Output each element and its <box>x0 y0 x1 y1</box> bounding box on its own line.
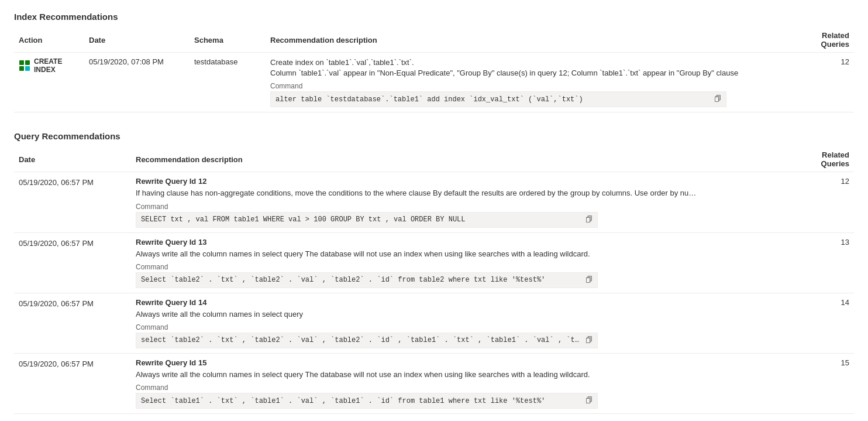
rec-title: Rewrite Query Id 13 <box>136 238 785 247</box>
command-text: select `table2` . `txt` , `table2` . `va… <box>141 336 581 344</box>
table-row: 05/19/2020, 06:57 PM Rewrite Query Id 14… <box>14 293 854 353</box>
col-header-date-q: Date <box>14 147 131 172</box>
command-box: Select `table2` . `txt` , `table2` . `va… <box>136 272 598 288</box>
date-cell: 05/19/2020, 06:57 PM <box>14 293 131 353</box>
command-box: alter table `testdatabase`.`table1` add … <box>270 91 726 107</box>
command-box: SELECT txt , val FROM table1 WHERE val >… <box>136 212 598 228</box>
related-queries-cell: 12 <box>790 172 854 232</box>
table-row: CREATE INDEX 05/19/2020, 07:08 PMtestdat… <box>14 53 854 112</box>
command-box: Select `table1` . `txt` , `table1` . `va… <box>136 393 598 409</box>
related-queries-cell: 14 <box>790 293 854 353</box>
description-cell: Rewrite Query Id 13 Always write all the… <box>131 232 790 293</box>
svg-rect-1 <box>25 60 30 65</box>
svg-rect-2 <box>19 66 24 71</box>
table-row: 05/19/2020, 06:57 PM Rewrite Query Id 13… <box>14 232 854 293</box>
command-label: Command <box>136 263 785 271</box>
col-header-date: Date <box>84 28 190 53</box>
col-header-desc-q: Recommendation description <box>131 147 790 172</box>
query-recommendations-table: Date Recommendation description Related … <box>14 147 854 414</box>
col-header-related-q: Related Queries <box>790 147 854 172</box>
rec-desc: Always write all the column names in sel… <box>136 249 697 259</box>
table-row: 05/19/2020, 06:57 PM Rewrite Query Id 15… <box>14 353 854 413</box>
copy-icon[interactable]: 🗍 <box>714 95 721 104</box>
query-recommendations-section: Query Recommendations Date Recommendatio… <box>14 131 854 414</box>
col-header-action: Action <box>14 28 84 53</box>
date-cell: 05/19/2020, 07:08 PM <box>84 53 190 112</box>
index-section-title: Index Recommendations <box>14 12 854 22</box>
command-text: Select `table2` . `txt` , `table2` . `va… <box>141 276 581 284</box>
rec-desc: Always write all the column names in sel… <box>136 309 697 320</box>
svg-rect-3 <box>25 66 30 71</box>
description-cell: Rewrite Query Id 12 If having clause has… <box>131 172 790 232</box>
description-cell: Rewrite Query Id 14 Always write all the… <box>131 293 790 353</box>
copy-icon[interactable]: 🗍 <box>585 276 593 285</box>
description-cell: Rewrite Query Id 15 Always write all the… <box>131 353 790 413</box>
command-label: Command <box>270 82 785 90</box>
command-label: Command <box>136 384 785 392</box>
rec-title: Rewrite Query Id 14 <box>136 298 785 307</box>
date-cell: 05/19/2020, 06:57 PM <box>14 172 131 232</box>
col-header-related: Related Queries <box>790 28 854 53</box>
index-recommendations-section: Index Recommendations Action Date Schema… <box>14 12 854 112</box>
date-cell: 05/19/2020, 06:57 PM <box>14 232 131 293</box>
command-box: select `table2` . `txt` , `table2` . `va… <box>136 333 598 348</box>
action-cell: CREATE INDEX <box>14 53 84 112</box>
command-label: Command <box>136 203 785 211</box>
svg-rect-0 <box>19 60 24 65</box>
copy-icon[interactable]: 🗍 <box>585 396 593 405</box>
index-recommendations-table: Action Date Schema Recommendation descri… <box>14 28 854 112</box>
schema-cell: testdatabase <box>190 53 266 112</box>
col-header-desc: Recommendation description <box>266 28 790 53</box>
command-text: Select `table1` . `txt` , `table1` . `va… <box>141 397 581 405</box>
rec-title: Rewrite Query Id 12 <box>136 177 785 186</box>
related-queries-cell: 15 <box>790 353 854 413</box>
description-cell: Create index on `table1`.`val`,`table1`.… <box>266 53 790 112</box>
query-section-title: Query Recommendations <box>14 131 854 141</box>
command-text: alter table `testdatabase`.`table1` add … <box>275 95 709 104</box>
col-header-schema: Schema <box>190 28 266 53</box>
rec-title: Rewrite Query Id 15 <box>136 358 785 367</box>
rec-desc: Create index on `table1`.`val`,`table1`.… <box>270 57 785 78</box>
action-label: CREATE INDEX <box>34 57 80 74</box>
command-text: SELECT txt , val FROM table1 WHERE val >… <box>141 215 581 224</box>
rec-desc: If having clause has non-aggregate condi… <box>136 188 697 198</box>
related-queries-cell: 13 <box>790 232 854 293</box>
date-cell: 05/19/2020, 06:57 PM <box>14 353 131 413</box>
create-index-icon <box>19 60 30 71</box>
copy-icon[interactable]: 🗍 <box>585 336 593 345</box>
command-label: Command <box>136 323 785 331</box>
copy-icon[interactable]: 🗍 <box>585 215 593 224</box>
rec-desc: Always write all the column names in sel… <box>136 369 697 380</box>
related-queries-cell: 12 <box>790 53 854 112</box>
table-row: 05/19/2020, 06:57 PM Rewrite Query Id 12… <box>14 172 854 232</box>
